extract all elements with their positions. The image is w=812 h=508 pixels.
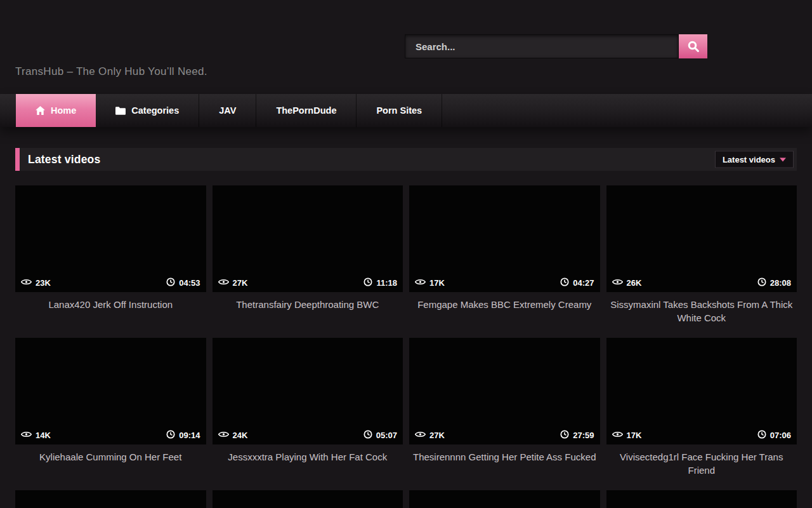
video-duration: 28:08 (770, 278, 791, 288)
search-icon (687, 40, 700, 53)
folder-icon (115, 107, 126, 115)
video-card[interactable]: 14K 09:14 Kyliehaale Cumming On Her Feet (15, 338, 206, 478)
nav-item-theporndude[interactable]: ThePornDude (256, 94, 357, 127)
video-card-partial[interactable] (213, 490, 403, 508)
video-thumbnail[interactable]: 27K 11:18 (213, 185, 403, 292)
video-thumbnail[interactable]: 14K 09:14 (15, 338, 206, 444)
nav-item-home[interactable]: Home (16, 94, 96, 127)
nav-item-label: Home (51, 105, 76, 116)
video-title[interactable]: Sissymaxinl Takes Backshots From A Thick… (609, 298, 795, 325)
video-meta: 27K 27:59 (409, 425, 600, 444)
video-title[interactable]: Kyliehaale Cumming On Her Feet (18, 450, 204, 478)
video-title[interactable]: Thesirennnn Getting Her Petite Ass Fucke… (412, 450, 598, 478)
video-card[interactable]: 26K 28:08 Sissymaxinl Takes Backshots Fr… (606, 185, 797, 325)
video-thumbnail[interactable] (15, 490, 206, 508)
video-card[interactable]: 17K 07:06 Vivisectedg1rl Face Fucking He… (606, 338, 797, 478)
section-accent-bar (15, 148, 20, 171)
video-thumbnail[interactable]: 17K 04:27 (409, 185, 600, 292)
view-count: 23K (36, 278, 51, 288)
nav-item-porn-sites[interactable]: Porn Sites (357, 94, 442, 127)
video-title[interactable]: Lanax420 Jerk Off Instruction (18, 298, 204, 325)
eye-icon (21, 278, 32, 288)
view-count: 24K (233, 431, 248, 440)
video-thumbnail[interactable]: 27K 27:59 (409, 338, 600, 444)
video-card[interactable]: 24K 05:07 Jessxxxtra Playing With Her Fa… (213, 338, 403, 478)
eye-icon (415, 278, 426, 288)
view-count: 27K (233, 278, 248, 288)
video-duration: 04:27 (573, 278, 594, 288)
clock-icon (363, 277, 372, 288)
video-meta: 17K 04:27 (409, 273, 600, 292)
nav-item-label: ThePornDude (276, 105, 336, 116)
video-card-partial[interactable] (409, 490, 600, 508)
video-duration: 05:07 (376, 431, 397, 440)
video-title[interactable]: Femgape Makes BBC Extremely Creamy (412, 298, 598, 325)
video-duration: 04:53 (179, 278, 200, 288)
video-card[interactable]: 27K 11:18 Thetransfairy Deepthroating BW… (213, 185, 403, 325)
video-thumbnail[interactable] (409, 490, 600, 508)
home-icon (36, 106, 45, 115)
search-input[interactable] (405, 34, 679, 58)
eye-icon (612, 278, 623, 288)
video-thumbnail[interactable]: 17K 07:06 (606, 338, 797, 444)
video-meta: 17K 07:06 (606, 425, 797, 444)
video-meta: 26K 28:08 (606, 273, 797, 292)
nav-item-categories[interactable]: Categories (96, 94, 199, 127)
site-tagline: TransHub – The Only Hub You’ll Need. (15, 65, 207, 78)
sort-dropdown-label: Latest videos (723, 155, 775, 164)
video-card[interactable]: 17K 04:27 Femgape Makes BBC Extremely Cr… (409, 185, 600, 325)
video-thumbnail[interactable] (606, 490, 797, 508)
nav-item-label: Porn Sites (376, 105, 422, 116)
video-card-partial[interactable] (15, 490, 206, 508)
video-meta: 23K 04:53 (15, 273, 206, 292)
video-thumbnail[interactable] (213, 490, 403, 508)
sort-dropdown[interactable]: Latest videos (715, 151, 794, 168)
search-button[interactable] (679, 34, 707, 58)
chevron-down-icon (780, 157, 786, 161)
video-card[interactable]: 27K 27:59 Thesirennnn Getting Her Petite… (409, 338, 600, 478)
view-count: 14K (36, 431, 51, 440)
video-duration: 09:14 (179, 431, 200, 440)
nav-item-label: Categories (131, 105, 179, 116)
eye-icon (218, 278, 229, 288)
video-thumbnail[interactable]: 24K 05:07 (213, 338, 403, 444)
video-thumbnail[interactable]: 26K 28:08 (606, 185, 797, 292)
nav-item-jav[interactable]: JAV (199, 94, 256, 127)
video-title[interactable]: Thetransfairy Deepthroating BWC (215, 298, 401, 325)
section-title: Latest videos (28, 153, 100, 166)
eye-icon (218, 431, 229, 440)
view-count: 26K (627, 278, 642, 288)
video-card[interactable]: 23K 04:53 Lanax420 Jerk Off Instruction (15, 185, 206, 325)
video-grid: 23K 04:53 Lanax420 Jerk Off Instruction … (15, 185, 797, 508)
eye-icon (415, 431, 426, 440)
section-header: Latest videos Latest videos (15, 148, 797, 171)
video-meta: 24K 05:07 (213, 425, 403, 444)
video-duration: 07:06 (770, 431, 791, 440)
view-count: 17K (627, 431, 642, 440)
search-form (405, 34, 707, 58)
clock-icon (560, 430, 569, 441)
clock-icon (757, 430, 766, 441)
view-count: 27K (429, 431, 445, 440)
video-title[interactable]: Vivisectedg1rl Face Fucking Her Trans Fr… (609, 450, 795, 478)
video-title[interactable]: Jessxxxtra Playing With Her Fat Cock (215, 450, 401, 478)
video-duration: 27:59 (573, 431, 594, 440)
clock-icon (560, 277, 569, 288)
clock-icon (166, 277, 175, 288)
clock-icon (757, 277, 766, 288)
clock-icon (166, 430, 175, 441)
video-duration: 11:18 (376, 278, 397, 288)
eye-icon (612, 431, 623, 440)
nav-item-label: JAV (219, 105, 236, 116)
site-header: TransHub – The Only Hub You’ll Need. (0, 0, 812, 94)
eye-icon (21, 431, 32, 440)
video-meta: 14K 09:14 (15, 425, 206, 444)
video-card-partial[interactable] (606, 490, 797, 508)
view-count: 17K (429, 278, 445, 288)
main-navbar: Home Categories JAV ThePornDude Porn Sit… (0, 94, 812, 127)
video-thumbnail[interactable]: 23K 04:53 (15, 185, 206, 292)
clock-icon (363, 430, 372, 441)
video-meta: 27K 11:18 (213, 273, 403, 292)
